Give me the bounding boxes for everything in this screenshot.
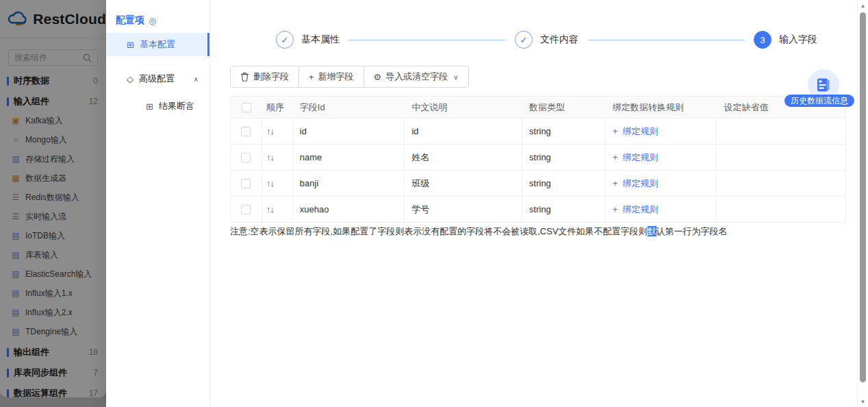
row-checkbox[interactable] xyxy=(241,153,251,162)
row-sort-arrows[interactable]: ↑↓ xyxy=(266,204,274,214)
step-basic-attributes[interactable]: ✓ 基本属性 xyxy=(276,31,340,49)
col-order: 顺序 xyxy=(262,97,293,118)
cell-field-id: name xyxy=(293,145,405,170)
tdengine-icon xyxy=(11,328,21,336)
chevron-down-icon: ∨ xyxy=(453,73,458,81)
section-count: 18 xyxy=(89,347,98,357)
col-bind-rule: 绑定数据转换规则 xyxy=(606,97,717,118)
vertical-scrollbar[interactable]: ▲ ▼ xyxy=(857,0,868,407)
sidebar-item-redis-input[interactable]: Redis数据输入 xyxy=(0,188,106,207)
row-checkbox[interactable] xyxy=(241,205,251,214)
config-drawer: 配置项 ◎ ⊞ 基本配置 ◇ 高级配置 ∧ ⊞ 结果断言 ✓ xyxy=(106,0,868,407)
iotdb-icon xyxy=(11,232,21,240)
cell-default-value xyxy=(717,197,845,222)
bind-rule-link[interactable]: +绑定规则 xyxy=(613,204,659,216)
sidebar-item-influx2-input[interactable]: Influx输入2.x xyxy=(0,303,106,322)
sidebar-section-timeseries[interactable]: 时序数据 0 xyxy=(0,71,106,90)
row-checkbox[interactable] xyxy=(241,127,251,136)
add-field-button[interactable]: + 新增字段 xyxy=(298,66,363,87)
sidebar-item-stored-proc-input[interactable]: 存储过程输入 xyxy=(0,149,106,169)
delete-field-button[interactable]: 删除字段 xyxy=(231,66,298,87)
cell-field-id: id xyxy=(293,119,405,144)
menu-item-result-assertion[interactable]: ⊞ 结果断言 xyxy=(106,96,209,116)
table-row: ↑↓ name 姓名 string +绑定规则 xyxy=(231,144,845,170)
stream-icon xyxy=(11,212,21,221)
section-count: 0 xyxy=(93,76,98,86)
trash-icon xyxy=(240,72,249,82)
section-accent-bar xyxy=(7,369,9,378)
sidebar-item-mongo-input[interactable]: Mongo输入 xyxy=(0,130,106,149)
drawer-content: ✓ 基本属性 ✓ 文件内容 3 输入字段 xyxy=(210,0,852,407)
col-field-id: 字段Id xyxy=(293,97,405,118)
component-palette: RestCloud 搜索组件 时序数据 0 输入组件 12 xyxy=(0,0,106,407)
col-cn-name: 中文说明 xyxy=(405,97,522,118)
cell-default-value xyxy=(717,171,845,196)
config-title: 配置项 ◎ xyxy=(106,0,209,27)
menu-item-basic-config[interactable]: ⊞ 基本配置 xyxy=(106,33,209,56)
import-or-clear-fields-button[interactable]: ⚙ 导入或清空字段 ∨ xyxy=(363,66,468,87)
plus-icon: + xyxy=(309,72,314,82)
cell-data-type: string xyxy=(522,171,606,196)
bind-rule-link[interactable]: +绑定规则 xyxy=(613,151,659,164)
cell-field-id: xuehao xyxy=(293,197,405,222)
scrollbar-thumb[interactable] xyxy=(860,12,866,382)
palette-card: RestCloud 搜索组件 时序数据 0 输入组件 12 xyxy=(0,0,106,397)
scroll-up-arrow[interactable]: ▲ xyxy=(858,3,868,9)
fields-table: 顺序 字段Id 中文说明 数据类型 绑定数据转换规则 设定缺省值 ↑↓ id i… xyxy=(230,96,846,223)
brand-name: RestCloud xyxy=(33,11,106,27)
section-accent-bar xyxy=(7,77,9,86)
row-sort-arrows[interactable]: ↑↓ xyxy=(266,126,274,136)
sidebar-item-kafka-input[interactable]: Kafka输入 xyxy=(0,111,106,130)
table-row: ↑↓ xuehao 学号 string +绑定规则 xyxy=(231,196,845,222)
stored-proc-icon xyxy=(11,155,21,163)
row-sort-arrows[interactable]: ↑↓ xyxy=(266,178,274,188)
row-sort-arrows[interactable]: ↑↓ xyxy=(266,152,274,162)
step-connector xyxy=(588,40,744,40)
sidebar-section-input[interactable]: 输入组件 12 xyxy=(0,92,106,111)
sidebar-item-elasticsearch-input[interactable]: ElasticSearch输入 xyxy=(0,264,106,284)
fields-note: 注意:空表示保留所有字段,如果配置了字段则表示没有配置的字段将不会被读取,CSV… xyxy=(230,225,728,238)
row-checkbox[interactable] xyxy=(241,179,251,188)
step-check-icon: ✓ xyxy=(515,31,533,49)
history-document-icon xyxy=(815,77,832,93)
sidebar-section-table-sync[interactable]: 库表同步组件 7 xyxy=(0,363,106,382)
grid-icon: ⊞ xyxy=(127,40,134,50)
col-data-type: 数据类型 xyxy=(522,97,606,118)
sidebar-section-output[interactable]: 输出组件 18 xyxy=(0,343,106,362)
section-count: 17 xyxy=(89,388,98,397)
bind-rule-link[interactable]: +绑定规则 xyxy=(613,177,659,190)
menu-item-advanced-config[interactable]: ◇ 高级配置 ∧ xyxy=(106,67,209,90)
table-row: ↑↓ banji 班级 string +绑定规则 xyxy=(231,170,845,196)
section-accent-bar xyxy=(7,389,9,398)
sidebar-item-tdengine-input[interactable]: TDengine输入 xyxy=(0,322,106,341)
component-sections: 时序数据 0 输入组件 12 Kafka输入 Mongo输入 存储过程输入 数据… xyxy=(0,66,106,397)
redis-icon xyxy=(11,193,21,201)
sidebar-item-influx1-input[interactable]: Influx输入1.x xyxy=(0,284,106,303)
search-icon xyxy=(83,53,92,62)
step-file-content[interactable]: ✓ 文件内容 xyxy=(515,31,578,49)
collapse-caret-icon[interactable]: ∧ xyxy=(194,75,199,83)
gear-icon: ⚙ xyxy=(374,72,382,82)
step-input-fields[interactable]: 3 输入字段 xyxy=(754,31,817,49)
cell-cn-name: 班级 xyxy=(405,171,522,196)
data-generator-icon xyxy=(11,174,21,182)
field-toolbar: 删除字段 + 新增字段 ⚙ 导入或清空字段 ∨ xyxy=(230,66,469,88)
section-count: 12 xyxy=(89,97,98,106)
section-accent-bar xyxy=(7,348,9,357)
step-check-icon: ✓ xyxy=(276,31,294,49)
sidebar-item-data-generator[interactable]: 数据生成器 xyxy=(0,169,106,188)
bind-rule-link[interactable]: +绑定规则 xyxy=(613,125,659,138)
sidebar-section-data-compute[interactable]: 数据运算组件 17 xyxy=(0,384,106,397)
target-icon: ◎ xyxy=(149,16,156,26)
history-dataflow-badge: 历史数据流信息 xyxy=(784,95,854,107)
wizard-stepper: ✓ 基本属性 ✓ 文件内容 3 输入字段 xyxy=(276,30,817,49)
sidebar-item-realtime-stream[interactable]: 实时输入流 xyxy=(0,207,106,226)
note-selected-char: 默 xyxy=(648,226,656,236)
cell-field-id: banji xyxy=(293,171,405,196)
scroll-down-arrow[interactable]: ▼ xyxy=(858,399,868,405)
select-all-checkbox[interactable] xyxy=(242,103,251,112)
sidebar-item-iotdb-input[interactable]: IoTDB输入 xyxy=(0,226,106,245)
component-search[interactable]: 搜索组件 xyxy=(8,49,98,66)
table-row: ↑↓ id id string +绑定规则 xyxy=(231,118,845,144)
sidebar-item-table-input[interactable]: 库表输入 xyxy=(0,245,106,264)
